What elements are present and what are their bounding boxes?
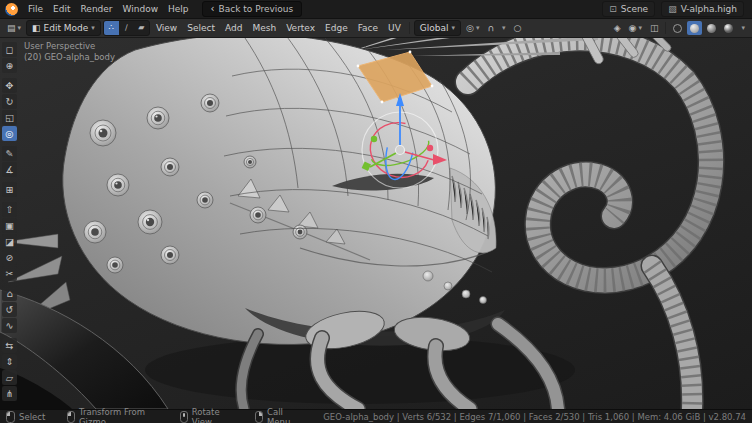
menu-add[interactable]: Add [221, 23, 246, 33]
tool-poly-build-button[interactable]: ⌂ [2, 286, 17, 301]
vertex-select-button[interactable]: ∴ [104, 21, 119, 35]
back-to-previous-button[interactable]: ‹ Back to Previous [202, 1, 303, 17]
transform-orientation-dropdown[interactable]: Global ▾ [414, 20, 461, 36]
menu-help[interactable]: Help [163, 0, 194, 19]
topbar-right-group: ⊡ Scene ▧ V-alpha.high [602, 1, 744, 17]
xray-toggle-button[interactable]: ◫ [647, 21, 662, 35]
rendered-shading-icon [724, 24, 733, 33]
back-to-previous-label: Back to Previous [219, 4, 294, 14]
tool-smooth-button[interactable]: ∿ [2, 318, 17, 333]
hint-select: Select [6, 411, 45, 423]
edit-mode-icon: ◧ [32, 23, 41, 33]
orientation-label: Global [420, 23, 449, 33]
menu-uv[interactable]: UV [384, 23, 405, 33]
annotate-icon: ✎ [6, 148, 14, 159]
tool-annotate-button[interactable]: ✎ [2, 146, 17, 161]
view-layer-icon: ▧ [668, 5, 677, 14]
separator [409, 22, 410, 34]
tool-rotate-button[interactable]: ↻ [2, 94, 17, 109]
editor-type-button[interactable]: ▤ ▾ [4, 21, 24, 35]
hint-rotate-view: Rotate View [180, 407, 233, 423]
menu-select[interactable]: Select [183, 23, 219, 33]
cursor-icon: ⊕ [6, 60, 14, 71]
tool-bevel-button[interactable]: ◪ [2, 234, 17, 249]
solid-shading-icon [690, 24, 699, 33]
menu-mesh[interactable]: Mesh [248, 23, 280, 33]
proportional-editing-icon: ○ [514, 23, 522, 33]
menu-window[interactable]: Window [118, 0, 164, 19]
hint-transform-gizmo: Transform From Gizmo [67, 407, 158, 423]
tool-loop-cut-button[interactable]: ⊘ [2, 250, 17, 265]
edge-select-button[interactable]: ∕ [119, 21, 134, 35]
tool-select-box-button[interactable]: ◻ [2, 42, 17, 57]
scale-icon: ◱ [5, 112, 14, 123]
tool-extrude-region-button[interactable]: ⇧ [2, 202, 17, 217]
tool-shrink-fatten-button[interactable]: ⇕ [2, 354, 17, 369]
gizmos-icon: ◈ [614, 23, 621, 33]
tool-knife-button[interactable]: ✂ [2, 266, 17, 281]
menu-vertex[interactable]: Vertex [282, 23, 319, 33]
tool-move-button[interactable]: ✥ [2, 78, 17, 93]
viewport-header-right: ◈ ◉ ▾ ◫ ▾ [611, 21, 748, 35]
tool-rip-region-button[interactable]: ⋔ [2, 386, 17, 401]
active-object-text: (20) GEO-alpha_body [24, 52, 115, 63]
smooth-icon: ∿ [6, 320, 14, 331]
hint-call-menu: Call Menu [255, 407, 301, 423]
tool-edge-slide-button[interactable]: ⇆ [2, 338, 17, 353]
pivot-point-dropdown[interactable]: ◎ ▾ [463, 21, 482, 35]
shading-material-button[interactable] [704, 21, 719, 35]
menu-file[interactable]: File [23, 0, 48, 19]
show-overlays-button[interactable]: ◉ ▾ [626, 21, 645, 35]
inset-faces-icon: ▣ [5, 220, 14, 231]
spin-icon: ↺ [6, 304, 14, 315]
separator [665, 22, 666, 34]
back-arrow-icon: ‹ [211, 4, 215, 14]
hint-call-menu-label: Call Menu [267, 407, 301, 423]
snap-toggle-button[interactable]: ∩ [484, 21, 497, 35]
knife-icon: ✂ [6, 268, 14, 279]
tool-shear-button[interactable]: ▱ [2, 370, 17, 385]
proportional-editing-button[interactable]: ○ [511, 21, 525, 35]
shading-settings-dropdown[interactable]: ▾ [738, 21, 748, 35]
menu-render[interactable]: Render [76, 0, 118, 19]
chevron-down-icon: ▾ [638, 25, 642, 32]
shading-rendered-button[interactable] [721, 21, 736, 35]
tool-add-cube-button[interactable]: ⊞ [2, 182, 17, 197]
tool-scale-button[interactable]: ◱ [2, 110, 17, 125]
view-layer-selector[interactable]: ▧ V-alpha.high [661, 1, 744, 17]
transform-icon: ◎ [5, 128, 13, 139]
view-name-text: User Perspective [24, 41, 115, 52]
rip-region-icon: ⋔ [6, 388, 14, 399]
measure-icon: ∡ [5, 164, 14, 175]
bevel-icon: ◪ [5, 236, 14, 247]
menu-face[interactable]: Face [354, 23, 382, 33]
tool-measure-button[interactable]: ∡ [2, 162, 17, 177]
snap-settings-dropdown[interactable]: ▾ [499, 21, 509, 35]
blender-logo-icon[interactable] [5, 3, 18, 16]
face-select-button[interactable]: ▰ [134, 21, 149, 35]
extrude-region-icon: ⇧ [6, 204, 14, 215]
shading-solid-button[interactable] [687, 21, 702, 35]
tool-spin-button[interactable]: ↺ [2, 302, 17, 317]
mode-dropdown[interactable]: ◧ Edit Mode ▾ [26, 20, 101, 36]
shrink-fatten-icon: ⇕ [6, 356, 14, 367]
tool-cursor-button[interactable]: ⊕ [2, 58, 17, 73]
chevron-down-icon: ▾ [452, 25, 456, 32]
scene-selector[interactable]: ⊡ Scene [602, 1, 655, 17]
hint-rotate-label: Rotate View [192, 407, 234, 423]
shear-icon: ▱ [6, 372, 13, 383]
tool-shelf: ◻ ⊕ ✥ ↻ ◱ ◎ ✎ ∡ ⊞ ⇧ ▣ ◪ ⊘ ✂ ⌂ ↺ ∿ ⇆ ⇕ ▱ … [2, 42, 18, 401]
tool-transform-button[interactable]: ◎ [2, 126, 17, 141]
menu-edge[interactable]: Edge [321, 23, 352, 33]
material-shading-icon [707, 24, 716, 33]
shading-wireframe-button[interactable] [670, 21, 685, 35]
tool-inset-faces-button[interactable]: ▣ [2, 218, 17, 233]
viewport-header: ▤ ▾ ◧ Edit Mode ▾ ∴ ∕ ▰ View Select Add … [0, 19, 752, 38]
menu-edit[interactable]: Edit [48, 0, 75, 19]
menu-view[interactable]: View [152, 23, 181, 33]
chevron-down-icon: ▾ [476, 25, 480, 32]
show-gizmos-button[interactable]: ◈ [611, 21, 624, 35]
scene-name: Scene [621, 4, 648, 14]
viewport-canvas[interactable]: User Perspective (20) GEO-alpha_body [0, 38, 752, 409]
hint-transform-label: Transform From Gizmo [79, 407, 158, 423]
